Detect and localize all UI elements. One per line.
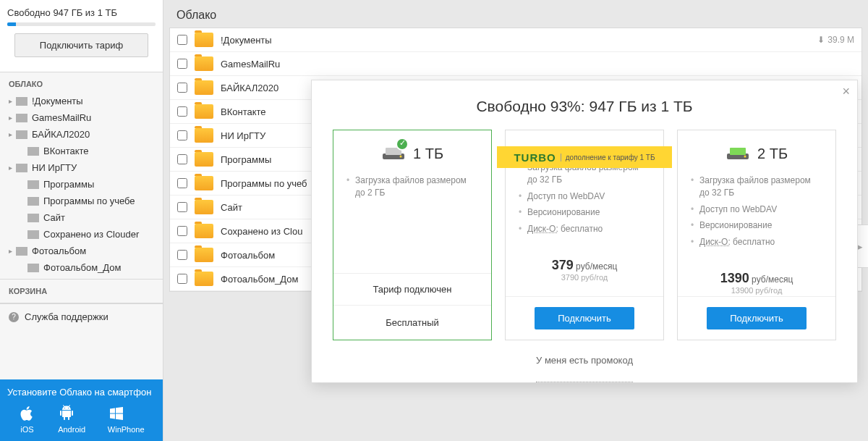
- folder-icon: [16, 114, 27, 122]
- folder-icon: [195, 33, 213, 47]
- folder-icon: [195, 272, 213, 286]
- sidebar-item[interactable]: Программы по учебе: [0, 193, 163, 209]
- nav-label: Сохранено из Clouder: [43, 229, 139, 240]
- plan-features: Загрузка файлов размером до 32 ГБ Доступ…: [678, 172, 835, 266]
- nav-label: !Документы: [32, 96, 83, 106]
- folder-icon: [27, 197, 39, 206]
- folder-icon: [16, 97, 27, 106]
- sidebar-item[interactable]: Программы: [0, 176, 163, 193]
- folder-icon: [27, 147, 39, 156]
- tariff-modal: × Свободно 93%: 947 ГБ из 1 ТБ 1 ТБ Загр…: [311, 80, 858, 383]
- promo-code-link[interactable]: У меня есть промокод: [536, 340, 633, 382]
- close-icon[interactable]: ×: [842, 84, 850, 99]
- subscribe-button[interactable]: Подключить: [535, 307, 634, 329]
- plan-free: Бесплатный: [333, 305, 491, 340]
- chevron-right-icon: ▸: [9, 130, 16, 138]
- promo-android[interactable]: Android: [58, 405, 85, 434]
- file-checkbox[interactable]: [177, 178, 187, 188]
- file-checkbox[interactable]: [177, 154, 187, 164]
- file-checkbox[interactable]: [177, 250, 187, 260]
- folder-icon: [27, 230, 39, 239]
- mobile-promo: Установите Облако на смартфон iOS Androi…: [0, 379, 163, 441]
- sidebar-item[interactable]: Сайт: [0, 209, 163, 226]
- file-checkbox[interactable]: [177, 35, 187, 45]
- nav-label: Программы по учебе: [43, 196, 135, 206]
- file-checkbox[interactable]: [177, 274, 187, 284]
- promo-ios[interactable]: iOS: [18, 405, 35, 434]
- turbo-badge: TURBO дополнение к тарифу 1 ТБ: [497, 146, 672, 168]
- support-link[interactable]: ? Служба поддержки: [0, 303, 163, 329]
- file-name: !Документы: [221, 35, 817, 46]
- storage-widget: Свободно 947 ГБ из 1 ТБ Подключить тариф: [0, 0, 163, 72]
- nav-header-cloud: ОБЛАКО: [0, 75, 163, 93]
- folder-icon: [16, 130, 27, 139]
- file-size: ⬇39.9 М: [817, 35, 854, 45]
- modal-title: Свободно 93%: 947 ГБ из 1 ТБ: [312, 80, 857, 130]
- file-checkbox[interactable]: [177, 202, 187, 212]
- windows-icon: [108, 405, 145, 422]
- svg-point-5: [744, 156, 746, 158]
- nav-label: Программы: [43, 179, 94, 190]
- nav-label: GamesMailRu: [32, 112, 91, 123]
- folder-icon: [195, 56, 213, 71]
- plan-features: Загрузка файлов размером до 32 ГБ Доступ…: [506, 159, 663, 253]
- sidebar-item[interactable]: ▸GamesMailRu: [0, 109, 163, 126]
- folder-icon: [195, 80, 213, 95]
- folder-icon: [27, 180, 39, 189]
- sidebar: Свободно 947 ГБ из 1 ТБ Подключить тариф…: [0, 0, 163, 441]
- sidebar-item[interactable]: ▸Фотоальбом: [0, 243, 163, 259]
- file-row[interactable]: GamesMailRu: [170, 52, 861, 76]
- help-icon: ?: [9, 312, 19, 322]
- nav-label: ВКонтакте: [43, 146, 89, 156]
- nav-cloud: ОБЛАКО ▸!Документы▸GamesMailRu▸БАЙКАЛ202…: [0, 72, 163, 280]
- chevron-right-icon: ▸: [9, 247, 16, 255]
- folder-icon: [195, 200, 213, 214]
- file-checkbox[interactable]: [177, 226, 187, 236]
- sidebar-item[interactable]: Сохранено из Clouder: [0, 226, 163, 243]
- svg-point-2: [399, 156, 401, 158]
- file-checkbox[interactable]: [177, 83, 187, 93]
- file-checkbox[interactable]: [177, 106, 187, 117]
- file-checkbox[interactable]: [177, 59, 187, 69]
- download-icon: ⬇: [817, 35, 825, 45]
- sidebar-item[interactable]: Фотоальбом_Дом: [0, 259, 163, 276]
- storage-text: Свободно 947 ГБ из 1 ТБ: [7, 7, 156, 18]
- folder-icon: [195, 248, 213, 262]
- plan-action: Подключить: [506, 296, 663, 340]
- chevron-right-icon: ▸: [9, 97, 16, 105]
- svg-rect-4: [730, 148, 746, 155]
- folder-icon: [195, 224, 213, 238]
- folder-icon: [16, 247, 27, 256]
- plan-size: 2 ТБ: [757, 146, 788, 162]
- chevron-right-icon: ▸: [9, 164, 16, 172]
- apple-icon: [18, 405, 35, 422]
- subscribe-button[interactable]: Подключить: [707, 307, 807, 329]
- plan-status: Тариф подключен: [333, 273, 491, 305]
- plan-price: 1390 руб/месяц 13900 руб/год: [678, 266, 835, 296]
- nav-label: БАЙКАЛ2020: [32, 129, 90, 140]
- sidebar-item[interactable]: ▸!Документы: [0, 93, 163, 109]
- file-row[interactable]: !Документы⬇39.9 М: [170, 28, 861, 52]
- folder-icon: [27, 264, 39, 272]
- connect-tariff-button[interactable]: Подключить тариф: [14, 33, 148, 57]
- storage-progress: [7, 22, 156, 26]
- sidebar-item[interactable]: ▸НИ ИрГТУ: [0, 159, 163, 176]
- sidebar-item[interactable]: ▸БАЙКАЛ2020: [0, 126, 163, 143]
- folder-icon: [195, 176, 213, 190]
- chevron-right-icon: ▸: [9, 114, 16, 122]
- promo-winphone[interactable]: WinPhone: [108, 405, 145, 434]
- plan-2tb: 2 ТБ Загрузка файлов размером до 32 ГБ Д…: [677, 130, 836, 340]
- plan-price: 379 руб/месяц 3790 руб/год: [506, 253, 663, 283]
- drive-icon: [726, 145, 750, 162]
- folder-icon: [195, 152, 213, 167]
- plan-action: Подключить: [678, 296, 835, 340]
- nav-header-trash[interactable]: КОРЗИНА: [0, 282, 163, 300]
- folder-icon: [27, 214, 39, 222]
- promo-header: Установите Облако на смартфон: [7, 387, 156, 398]
- plan-turbo: TURBO дополнение к тарифу 1 ТБ Загрузка …: [505, 130, 664, 340]
- file-checkbox[interactable]: [177, 130, 187, 140]
- plan-features: Загрузка файлов размером до 2 ГБ: [333, 172, 491, 266]
- sidebar-item[interactable]: ВКонтакте: [0, 143, 163, 159]
- plan-1tb: 1 ТБ Загрузка файлов размером до 2 ГБ Та…: [333, 130, 492, 340]
- nav-label: НИ ИрГТУ: [32, 162, 77, 173]
